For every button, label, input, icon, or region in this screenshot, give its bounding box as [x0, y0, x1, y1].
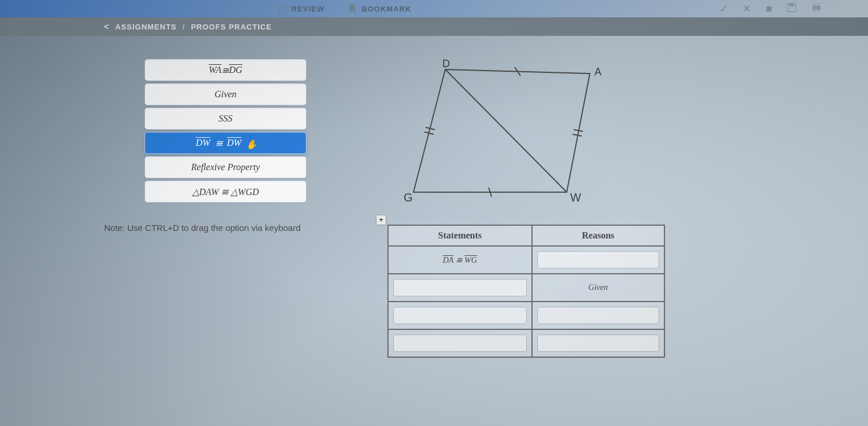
bookmark-tab[interactable]: BOOKMARK — [348, 4, 411, 13]
cursor-hand-icon: ✋ — [243, 139, 257, 150]
svg-text:D: D — [442, 59, 450, 69]
content-area: WA ≅ DGGivenSSSDW ≅ DW ✋Reflexive Proper… — [0, 36, 868, 358]
right-column: D A G W + Statements Reasons DA ≅ WGGive… — [382, 59, 700, 358]
review-label: REVIEW — [291, 5, 324, 13]
review-tab[interactable]: REVIEW — [278, 4, 324, 13]
options-column: WA ≅ DGGivenSSSDW ≅ DW ✋Reflexive Proper… — [104, 59, 347, 358]
svg-line-9 — [445, 69, 567, 192]
reason-cell[interactable] — [532, 329, 664, 357]
drop-slot[interactable] — [393, 307, 527, 324]
statement-cell: DA ≅ WG — [388, 246, 532, 274]
svg-marker-8 — [413, 69, 590, 192]
reasons-header: Reasons — [532, 225, 664, 246]
drop-slot[interactable] — [537, 251, 659, 269]
option-given[interactable]: Given — [145, 83, 306, 105]
option-list: WA ≅ DGGivenSSSDW ≅ DW ✋Reflexive Proper… — [104, 59, 347, 203]
option-reflexive[interactable]: Reflexive Property — [145, 156, 306, 178]
breadcrumb-separator: / — [183, 23, 186, 31]
drop-slot[interactable] — [393, 279, 527, 296]
table-row: Given — [388, 274, 664, 302]
drop-slot[interactable] — [537, 335, 659, 352]
statement-cell[interactable] — [388, 302, 532, 329]
svg-rect-5 — [812, 6, 821, 10]
keyboard-note: Note: Use CTRL+D to drag the option via … — [104, 223, 347, 233]
svg-rect-6 — [814, 3, 819, 6]
file-icon — [278, 4, 287, 13]
statements-header: Statements — [388, 225, 532, 246]
statement-cell[interactable] — [388, 274, 532, 302]
breadcrumb-assignments[interactable]: ASSIGNMENTS — [115, 23, 176, 31]
drop-slot[interactable] — [393, 335, 527, 352]
option-wa-dg[interactable]: WA ≅ DG — [145, 59, 306, 81]
stop-icon[interactable]: ■ — [766, 3, 772, 15]
option-dw-dw[interactable]: DW ≅ DW ✋ — [145, 132, 306, 154]
proof-table: Statements Reasons DA ≅ WGGiven — [387, 225, 665, 358]
svg-text:W: W — [570, 191, 581, 204]
reason-cell: Given — [532, 274, 664, 302]
option-triangles[interactable]: △DAW ≅ △WGD — [145, 181, 306, 203]
top-tab-bar: REVIEW BOOKMARK ✓ ✕ ■ — [0, 0, 868, 17]
table-row — [388, 302, 664, 329]
reason-cell[interactable] — [532, 246, 664, 274]
close-icon[interactable]: ✕ — [743, 2, 751, 15]
drop-slot[interactable] — [537, 307, 659, 324]
statement-cell[interactable] — [388, 329, 532, 357]
breadcrumb: < ASSIGNMENTS / PROOFS PRACTICE — [0, 17, 868, 36]
bookmark-icon — [348, 4, 357, 13]
table-row: DA ≅ WG — [388, 246, 664, 274]
save-icon[interactable] — [786, 2, 797, 16]
add-row-button[interactable]: + — [376, 215, 386, 225]
table-row — [388, 329, 664, 357]
breadcrumb-current: PROOFS PRACTICE — [191, 23, 272, 31]
reason-cell[interactable] — [532, 302, 664, 329]
chevron-left-icon[interactable]: < — [104, 22, 109, 31]
bookmark-label: BOOKMARK — [361, 5, 411, 13]
check-icon[interactable]: ✓ — [719, 2, 728, 15]
top-actions: ✓ ✕ ■ — [719, 2, 822, 16]
svg-rect-4 — [789, 3, 794, 6]
diagram: D A G W — [393, 59, 700, 210]
option-sss[interactable]: SSS — [145, 108, 306, 130]
print-icon[interactable] — [811, 3, 822, 15]
svg-text:A: A — [594, 66, 601, 78]
svg-text:G: G — [404, 191, 413, 204]
